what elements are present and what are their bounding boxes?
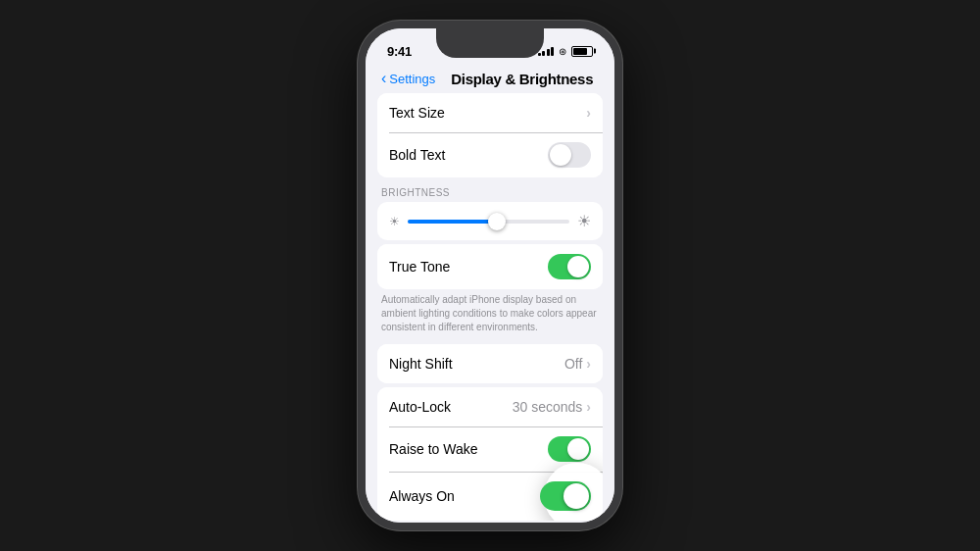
back-button[interactable]: ‹ Settings: [381, 70, 435, 87]
raise-to-wake-toggle[interactable]: [548, 436, 591, 462]
lock-card: Auto-Lock 30 seconds › Raise to Wake: [377, 387, 603, 521]
bold-text-toggle[interactable]: [548, 142, 591, 168]
status-bar: 9:41 ⊛: [366, 28, 614, 66]
battery-icon: [571, 46, 593, 57]
night-shift-row[interactable]: Night Shift Off ›: [377, 344, 603, 383]
auto-lock-label: Auto-Lock: [389, 399, 451, 415]
bold-text-label: Bold Text: [389, 147, 445, 163]
night-shift-label: Night Shift: [389, 356, 453, 372]
page-title: Display & Brightness: [451, 71, 593, 87]
brightness-card: ☀ ☀: [377, 202, 603, 240]
true-tone-label: True Tone: [389, 259, 450, 275]
true-tone-toggle[interactable]: [548, 254, 591, 279]
always-on-row[interactable]: Always On: [377, 472, 603, 521]
brightness-slider[interactable]: [408, 220, 569, 224]
brightness-high-icon: ☀: [577, 212, 591, 230]
text-size-chevron-icon: ›: [586, 105, 591, 121]
text-size-row[interactable]: Text Size ›: [377, 93, 603, 132]
always-on-toggle[interactable]: [540, 481, 591, 511]
phone-frame: 9:41 ⊛ ‹ Settings Display & Brightn: [358, 21, 622, 530]
signal-icon: [538, 46, 555, 56]
true-tone-row[interactable]: True Tone: [377, 244, 603, 289]
brightness-low-icon: ☀: [389, 215, 400, 228]
night-shift-group: Night Shift Off ›: [366, 344, 614, 383]
back-label: Settings: [389, 72, 435, 86]
always-on-toggle-wrap: [540, 481, 591, 511]
raise-to-wake-label: Raise to Wake: [389, 441, 478, 457]
raise-to-wake-toggle-thumb: [567, 438, 589, 460]
always-on-toggle-thumb: [564, 483, 589, 509]
bold-text-row[interactable]: Bold Text: [377, 132, 603, 177]
auto-lock-chevron-icon: ›: [586, 399, 591, 415]
wifi-icon: ⊛: [559, 46, 566, 57]
lock-group: Auto-Lock 30 seconds › Raise to Wake: [366, 387, 614, 521]
brightness-group: BRIGHTNESS ☀ ☀: [366, 181, 614, 240]
night-shift-chevron-icon: ›: [586, 356, 591, 372]
nav-bar: ‹ Settings Display & Brightness: [366, 66, 614, 93]
phone-screen: 9:41 ⊛ ‹ Settings Display & Brightn: [366, 28, 614, 523]
brightness-slider-row[interactable]: ☀ ☀: [389, 212, 591, 230]
settings-content: Text Size › Bold Text BRIGHTNESS: [366, 93, 614, 523]
true-tone-card: True Tone: [377, 244, 603, 289]
back-chevron-icon: ‹: [381, 70, 386, 87]
auto-lock-row[interactable]: Auto-Lock 30 seconds ›: [377, 387, 603, 426]
auto-lock-value: 30 seconds: [513, 399, 583, 415]
brightness-fill: [408, 220, 497, 224]
text-size-label: Text Size: [389, 105, 445, 121]
status-icons: ⊛: [538, 46, 594, 57]
text-settings-card: Text Size › Bold Text: [377, 93, 603, 177]
night-shift-card: Night Shift Off ›: [377, 344, 603, 383]
true-tone-toggle-thumb: [567, 256, 589, 277]
true-tone-description: Automatically adapt iPhone display based…: [366, 289, 614, 340]
brightness-thumb: [488, 213, 506, 230]
bold-text-toggle-thumb: [550, 144, 571, 166]
night-shift-right: Off ›: [564, 356, 591, 372]
auto-lock-right: 30 seconds ›: [513, 399, 591, 415]
always-on-label: Always On: [389, 488, 455, 504]
true-tone-group: True Tone Automatically adapt iPhone dis…: [366, 244, 614, 340]
text-settings-group: Text Size › Bold Text: [366, 93, 614, 177]
night-shift-value: Off: [564, 356, 582, 372]
text-size-right: ›: [586, 105, 591, 121]
brightness-section-label: BRIGHTNESS: [366, 181, 614, 202]
status-time: 9:41: [387, 44, 412, 59]
